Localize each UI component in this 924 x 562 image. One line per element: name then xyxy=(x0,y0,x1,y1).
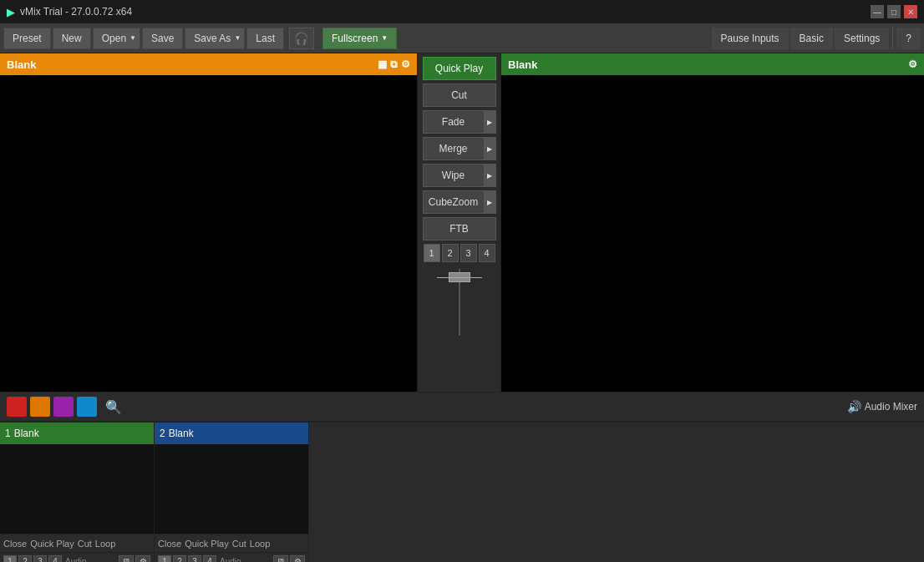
input-card-1: 1 Blank Close Quick Play Cut Loop 1 2 3 … xyxy=(0,423,155,562)
ftb-button[interactable]: FTB xyxy=(423,217,496,240)
close-button[interactable]: ✕ xyxy=(904,5,917,18)
input-1-close[interactable]: Close xyxy=(3,539,27,549)
input-area: 1 Blank Close Quick Play Cut Loop 1 2 3 … xyxy=(0,422,924,562)
speaker-icon: 🔊 xyxy=(847,400,861,413)
merge-arrow-button[interactable]: ▶ xyxy=(485,137,496,160)
basic-button[interactable]: Basic xyxy=(790,28,833,49)
input-2-label: Blank xyxy=(169,428,194,439)
output-label: Blank xyxy=(508,58,537,71)
new-button[interactable]: New xyxy=(53,28,91,49)
color-orange[interactable] xyxy=(30,397,50,417)
cubezoom-button-group: CubeZoom ▶ xyxy=(423,190,496,214)
input-1-tab-3[interactable]: 3 xyxy=(33,555,47,563)
input-1-tab-2[interactable]: 2 xyxy=(18,555,32,563)
toolbar-separator xyxy=(892,28,893,49)
app-title: ▶ vMix Trial - 27.0.0.72 x64 xyxy=(7,6,132,18)
input-1-controls: Close Quick Play Cut Loop xyxy=(0,534,154,552)
output-video xyxy=(501,75,924,392)
audio-mixer-label: Audio Mixer xyxy=(865,401,917,413)
save-as-arrow-icon: ▼ xyxy=(234,34,241,42)
preview-pane: Blank ▦ ⧉ ⚙ xyxy=(0,53,418,392)
page-4-button[interactable]: 4 xyxy=(479,244,495,262)
app-icon: ▶ xyxy=(7,6,15,18)
search-icon[interactable]: 🔍 xyxy=(104,399,124,415)
cubezoom-arrow-button[interactable]: ▶ xyxy=(485,190,496,214)
input-1-video xyxy=(0,444,154,534)
last-button[interactable]: Last xyxy=(246,28,284,49)
toolbar: Preset New Open ▼ Save Save As ▼ Last 🎧 … xyxy=(0,23,924,53)
input-2-tab-2[interactable]: 2 xyxy=(173,555,186,563)
color-purple[interactable] xyxy=(53,397,74,417)
color-red[interactable] xyxy=(7,397,27,417)
input-2-header: 2 Blank xyxy=(155,423,308,444)
cubezoom-button[interactable]: CubeZoom xyxy=(423,190,485,214)
headphones-button[interactable]: 🎧 xyxy=(289,28,314,49)
input-1-number: 1 xyxy=(5,428,11,439)
cut-button[interactable]: Cut xyxy=(423,84,496,107)
input-1-audio-label: Audio xyxy=(65,557,87,562)
page-2-button[interactable]: 2 xyxy=(442,244,459,262)
input-1-tab-4[interactable]: 4 xyxy=(48,555,62,563)
input-2-settings-icon[interactable]: ⚙ xyxy=(290,555,305,563)
input-2-number: 2 xyxy=(160,428,165,439)
input-1-tab-1[interactable]: 1 xyxy=(3,555,17,563)
input-1-settings-icon[interactable]: ⚙ xyxy=(135,555,150,563)
preview-header-icons: ▦ ⧉ ⚙ xyxy=(378,58,410,70)
save-button[interactable]: Save xyxy=(142,28,183,49)
input-2-tab-4[interactable]: 4 xyxy=(203,555,216,563)
main-area: Blank ▦ ⧉ ⚙ Quick Play Cut Fade ▶ Merge … xyxy=(0,53,924,392)
color-blue[interactable] xyxy=(77,397,97,417)
page-3-button[interactable]: 3 xyxy=(460,244,477,262)
pause-inputs-button[interactable]: Pause Inputs xyxy=(712,28,789,49)
window-controls: — □ ✕ xyxy=(871,5,917,18)
wipe-button-group: Wipe ▶ xyxy=(423,164,496,187)
input-2-tab-1[interactable]: 1 xyxy=(158,555,171,563)
output-settings-icon[interactable]: ⚙ xyxy=(908,58,917,70)
preset-button[interactable]: Preset xyxy=(3,28,51,49)
save-as-button[interactable]: Save As ▼ xyxy=(185,28,245,49)
input-2-monitor-icon[interactable]: 🖥 xyxy=(273,555,288,563)
minimize-button[interactable]: — xyxy=(871,5,884,18)
page-buttons: 1 2 3 4 xyxy=(424,244,495,262)
wipe-button[interactable]: Wipe xyxy=(423,164,485,187)
multiview-icon[interactable]: ▦ xyxy=(378,58,387,70)
fade-button[interactable]: Fade xyxy=(423,110,485,134)
fade-arrow-button[interactable]: ▶ xyxy=(485,110,496,134)
app-title-text: vMix Trial - 27.0.0.72 x64 xyxy=(20,6,132,18)
open-button[interactable]: Open ▼ xyxy=(93,28,140,49)
toolbar-right: Pause Inputs Basic Settings ? xyxy=(712,28,921,49)
input-2-quickplay[interactable]: Quick Play xyxy=(185,539,229,549)
input-1-loop[interactable]: Loop xyxy=(95,539,115,549)
input-1-quickplay[interactable]: Quick Play xyxy=(30,539,74,549)
page-1-button[interactable]: 1 xyxy=(424,244,440,262)
wipe-arrow-button[interactable]: ▶ xyxy=(485,164,496,187)
quick-play-button[interactable]: Quick Play xyxy=(423,57,496,80)
fullscreen-button[interactable]: Fullscreen ▼ xyxy=(322,28,397,49)
input-2-loop[interactable]: Loop xyxy=(250,539,270,549)
open-arrow-icon: ▼ xyxy=(129,34,136,42)
slider-container xyxy=(449,269,470,336)
maximize-button[interactable]: □ xyxy=(887,5,901,18)
input-2-tab-3[interactable]: 3 xyxy=(188,555,201,563)
audio-mixer-button[interactable]: 🔊 Audio Mixer xyxy=(847,400,917,413)
input-2-controls: Close Quick Play Cut Loop xyxy=(155,534,308,552)
merge-button[interactable]: Merge xyxy=(423,137,485,160)
input-2-cut[interactable]: Cut xyxy=(232,539,246,549)
input-1-label: Blank xyxy=(14,428,39,439)
input-1-tabs: 1 2 3 4 Audio 🖥 ⚙ xyxy=(0,552,154,562)
input-2-close[interactable]: Close xyxy=(158,539,181,549)
titlebar: ▶ vMix Trial - 27.0.0.72 x64 — □ ✕ xyxy=(0,0,924,23)
output-header: Blank ⚙ xyxy=(501,53,924,75)
input-2-audio-label: Audio xyxy=(220,557,241,562)
settings-button[interactable]: Settings xyxy=(835,28,889,49)
settings-icon[interactable]: ⚙ xyxy=(401,58,410,70)
input-1-cut[interactable]: Cut xyxy=(78,539,92,549)
preview-label: Blank xyxy=(7,58,36,71)
window-icon[interactable]: ⧉ xyxy=(390,58,398,70)
input-1-monitor-icon[interactable]: 🖥 xyxy=(119,555,134,563)
fullscreen-arrow-icon: ▼ xyxy=(381,34,388,42)
fade-button-group: Fade ▶ xyxy=(423,110,496,134)
help-button[interactable]: ? xyxy=(896,28,921,49)
input-1-header: 1 Blank xyxy=(0,423,154,444)
slider-line xyxy=(437,277,482,278)
